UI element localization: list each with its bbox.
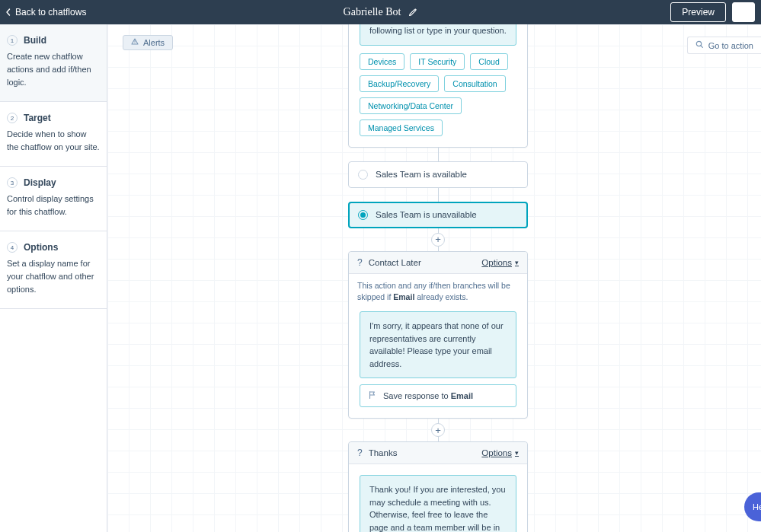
- chip-backup[interactable]: Backup/Recovery: [360, 75, 439, 92]
- step-number: 2: [7, 113, 18, 123]
- connector: +: [348, 228, 528, 251]
- chip-devices[interactable]: Devices: [360, 53, 404, 70]
- step-desc: Control display settings for this chatfl…: [7, 193, 100, 218]
- intro-bubble: following list or type in your question.: [360, 24, 516, 46]
- step-desc: Create new chatflow actions and add if/t…: [7, 50, 100, 89]
- options-label: Options: [481, 448, 512, 457]
- intro-chips: Devices IT Security Cloud Backup/Recover…: [360, 53, 516, 136]
- preview-button[interactable]: Preview: [670, 2, 726, 22]
- step-number: 1: [7, 35, 18, 46]
- card-header: ? Thanks Options ▾: [349, 442, 527, 464]
- search-icon: [695, 40, 704, 50]
- chevron-left-icon: [5, 8, 12, 16]
- branch-label: Sales Team is unavailable: [376, 210, 477, 219]
- chevron-down-icon: ▾: [515, 449, 519, 457]
- alerts-label: Alerts: [143, 38, 165, 47]
- flow-column: following list or type in your question.…: [348, 24, 528, 532]
- step-title: Display: [24, 177, 56, 188]
- card-title: Thanks: [369, 448, 398, 457]
- sidebar-step-build[interactable]: 1 Build Create new chatflow actions and …: [0, 24, 107, 102]
- intro-action-card[interactable]: following list or type in your question.…: [348, 24, 528, 148]
- question-icon: ?: [357, 448, 363, 458]
- card-title: Contact Later: [369, 258, 421, 267]
- card-options-button[interactable]: Options ▾: [481, 448, 519, 457]
- connector: [348, 188, 528, 202]
- add-action-button[interactable]: +: [431, 423, 445, 437]
- contact-bubble: I'm sorry, it appears that none of our r…: [360, 311, 516, 378]
- save-response-strip: Save response to Email: [360, 384, 516, 407]
- thanks-card[interactable]: ? Thanks Options ▾ Thank you! If you are…: [348, 441, 528, 532]
- edit-title-button[interactable]: [408, 8, 417, 17]
- help-fab-label: He: [753, 502, 761, 511]
- alert-icon: [131, 38, 139, 47]
- connector: [348, 148, 528, 161]
- intro-bubble-text: following list or type in your question.: [369, 26, 507, 35]
- contact-later-card[interactable]: ? Contact Later Options ▾ This action an…: [348, 251, 528, 419]
- question-icon: ?: [357, 257, 363, 268]
- sidebar: 1 Build Create new chatflow actions and …: [0, 24, 107, 532]
- chevron-down-icon: ▾: [515, 259, 519, 266]
- back-label: Back to chatflows: [15, 7, 86, 18]
- back-to-chatflows-link[interactable]: Back to chatflows: [5, 7, 86, 18]
- sidebar-step-options[interactable]: 4 Options Set a display name for your ch…: [0, 231, 107, 309]
- alerts-button[interactable]: Alerts: [123, 35, 173, 50]
- step-number: 3: [7, 177, 18, 188]
- sidebar-step-target[interactable]: 2 Target Decide when to show the chatflo…: [0, 102, 107, 167]
- card-header: ? Contact Later Options ▾: [349, 252, 527, 274]
- publish-button[interactable]: [732, 2, 755, 22]
- topbar: Back to chatflows Gabrielle Bot Preview: [0, 0, 761, 24]
- save-pre: Save response to: [383, 391, 451, 400]
- branch-label: Sales Team is available: [376, 170, 467, 179]
- chip-cloud[interactable]: Cloud: [470, 53, 507, 70]
- connector: +: [348, 419, 528, 441]
- canvas[interactable]: Alerts Go to action following list or ty…: [107, 24, 761, 532]
- help-fab[interactable]: He: [744, 492, 761, 521]
- add-action-button[interactable]: +: [431, 233, 445, 247]
- radio-checked-icon: [358, 210, 368, 220]
- options-label: Options: [481, 258, 512, 267]
- thanks-bubble: Thank you! If you are interested, you ma…: [360, 475, 516, 532]
- branch-sales-unavailable[interactable]: Sales Team is unavailable: [348, 202, 528, 228]
- step-number: 4: [7, 242, 18, 253]
- chip-managed[interactable]: Managed Services: [360, 119, 443, 136]
- card-options-button[interactable]: Options ▾: [481, 258, 519, 267]
- step-title: Build: [24, 35, 46, 46]
- radio-unchecked-icon: [358, 170, 368, 180]
- svg-point-0: [135, 43, 136, 43]
- branch-sales-available[interactable]: Sales Team is available: [348, 161, 528, 188]
- step-title: Target: [24, 113, 51, 123]
- chip-it-security[interactable]: IT Security: [410, 53, 465, 70]
- step-desc: Set a display name for your chatflow and…: [7, 257, 100, 296]
- chatflow-title: Gabrielle Bot: [344, 6, 401, 18]
- skip-note: This action and any if/then branches wil…: [349, 274, 527, 307]
- chip-networking[interactable]: Networking/Data Center: [360, 97, 462, 114]
- step-title: Options: [24, 242, 58, 253]
- flag-icon: [368, 390, 377, 401]
- chip-consultation[interactable]: Consultation: [444, 75, 505, 92]
- step-desc: Decide when to show the chatflow on your…: [7, 128, 100, 154]
- go-to-action-button[interactable]: Go to action: [687, 37, 761, 54]
- save-bold: Email: [451, 391, 473, 400]
- goto-label: Go to action: [708, 41, 753, 50]
- sidebar-step-display[interactable]: 3 Display Control display settings for t…: [0, 167, 107, 231]
